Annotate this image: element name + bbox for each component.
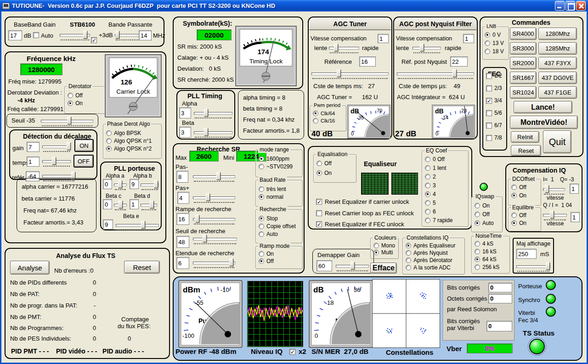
detection-on-button[interactable]: ON	[74, 139, 94, 152]
baseband-gain-field[interactable]: 17	[8, 30, 22, 40]
noise-256ks-radio[interactable]: 256 kS	[475, 264, 509, 270]
apres-nyquist-radio[interactable]: Après Nyquist	[406, 250, 464, 256]
demapper-field[interactable]: 60	[317, 260, 332, 271]
pas-moins-field[interactable]: 8	[176, 171, 188, 183]
beta-e-slider[interactable]	[116, 220, 159, 230]
lance-button[interactable]: Lance!	[514, 101, 572, 113]
pll-alpha-field[interactable]: 3	[179, 107, 191, 118]
agc-ref-slider[interactable]	[311, 69, 389, 78]
beta-e-field[interactable]: 9	[103, 219, 113, 230]
dcoffset-vitesse-slider[interactable]	[543, 185, 565, 194]
coef-5-radio[interactable]: 5	[425, 200, 468, 206]
temps-field[interactable]: 1	[27, 157, 40, 167]
beta-d-slider[interactable]	[141, 200, 157, 209]
efface-button[interactable]: Efface	[370, 263, 397, 274]
fec-56-checkbox[interactable]: 5/6	[486, 110, 506, 116]
close-icon[interactable]	[576, 1, 586, 11]
nyq-ref-slider[interactable]	[397, 69, 474, 78]
reset-carrier-fec-checkbox[interactable]: Reset Carrier loop as FEC unlock	[316, 210, 414, 217]
x2-checkbox[interactable]	[289, 349, 295, 355]
sr1024-button[interactable]: SR1024	[510, 86, 537, 99]
equilibre-off-radio[interactable]: Off	[511, 212, 541, 218]
equilibre-on-radio[interactable]: On	[511, 220, 541, 226]
octets-corriges-field[interactable]: 0	[488, 294, 512, 303]
freq-437f1ge-button[interactable]: 437 F1GE	[538, 86, 577, 99]
etendue-slider[interactable]	[193, 258, 235, 267]
fec-78-checkbox[interactable]: 7/8	[486, 134, 506, 141]
temps-slider[interactable]	[42, 157, 71, 166]
freq-1285-button[interactable]: 1285Mhz	[538, 42, 577, 55]
etendue-field[interactable]: 6	[176, 257, 189, 269]
lnb-0v-radio[interactable]: 0 V	[485, 32, 509, 38]
freq-437dg0ve-button[interactable]: 437 DG0VE	[538, 72, 577, 84]
agc-ref-field[interactable]: 16	[359, 56, 376, 67]
minimize-icon[interactable]	[555, 1, 565, 11]
coef-6-radio[interactable]: 6	[425, 208, 468, 215]
pas-moins-slider[interactable]	[193, 172, 235, 181]
bande-passante-slider[interactable]	[115, 30, 141, 39]
lnb-18v-radio[interactable]: 18 V	[485, 48, 509, 55]
algo-qpsk2-radio[interactable]: Algo QPSK n°2	[106, 146, 161, 152]
sortie-adc-radio[interactable]: A la sortie ADC	[406, 264, 464, 271]
gain-field[interactable]: 7	[27, 142, 40, 152]
derotator-off-radio[interactable]: Off	[68, 92, 105, 99]
seuil-recherche-field[interactable]: 48	[176, 236, 189, 248]
derotator-on-radio[interactable]: On	[68, 100, 105, 106]
reset-eq-fec-checkbox[interactable]: Reset Equalizer if FEC unlock	[316, 221, 404, 228]
apres-equaliseur-radio[interactable]: Après Equaliseur	[406, 242, 464, 249]
iqswap-off-radio[interactable]: Off	[475, 211, 502, 218]
rampe-slider[interactable]	[193, 214, 235, 224]
maximize-icon[interactable]	[565, 1, 575, 11]
seuil-slider[interactable]	[41, 116, 93, 125]
maj-field[interactable]: 250	[516, 249, 537, 259]
noise-64ks-radio[interactable]: 64 kS	[475, 256, 509, 263]
noise-4ks-radio[interactable]: 4 kS	[475, 241, 509, 247]
dcoffset-on-radio[interactable]: On	[511, 192, 541, 199]
agc-vitesse-slider[interactable]	[329, 43, 359, 52]
algo-bpsk-radio[interactable]: Algo BPSK	[106, 130, 161, 136]
fec-34-checkbox[interactable]: 3/4	[486, 97, 506, 104]
iqswap-auto-radio[interactable]: Auto	[475, 220, 502, 226]
beta-c-slider[interactable]	[114, 200, 127, 209]
coef-1-radio[interactable]: 1 lent	[425, 165, 468, 171]
clk64-radio[interactable]: Clk/64	[313, 111, 346, 116]
maj-slider[interactable]	[516, 262, 550, 271]
alpha-b-field[interactable]: 9	[130, 179, 139, 189]
alpha-b-slider[interactable]	[141, 180, 159, 189]
ramp-on-radio[interactable]: On	[259, 251, 302, 257]
apres-derotator-radio[interactable]: Après Dérotator	[406, 257, 464, 263]
coef-2-radio[interactable]: 2	[425, 174, 468, 180]
coef-3-radio[interactable]: 3	[425, 182, 468, 189]
iqswap-on-radio[interactable]: On	[475, 202, 502, 209]
analyse-button[interactable]: Analyse	[10, 261, 50, 274]
freq-1280-button[interactable]: 1280Mhz	[538, 28, 577, 40]
fec-23-checkbox[interactable]: 2/3	[486, 85, 506, 91]
analyse-reset-button[interactable]: Reset	[124, 261, 160, 274]
dcoffset-vitesse-field[interactable]: 1	[570, 184, 579, 194]
copie-offset-radio[interactable]: Copie offset	[259, 223, 302, 230]
detection-off-button[interactable]: OFF	[74, 155, 94, 168]
mono-radio[interactable]: Mono	[373, 242, 398, 249]
sr1667-button[interactable]: SR1667	[510, 72, 537, 84]
equilibre-vitesse-field[interactable]: 1	[571, 212, 580, 222]
beta-c-field[interactable]: 0	[103, 199, 112, 209]
sr3000-button[interactable]: SR3000	[510, 42, 537, 55]
bits-corriges-field[interactable]: 0	[488, 283, 512, 292]
reset-eq-carrier-checkbox[interactable]: Reset Equalizer if carrier unlock	[316, 198, 409, 205]
reinit-button[interactable]: ReInit	[511, 131, 539, 143]
fec-67-checkbox[interactable]: 6/7	[486, 122, 506, 129]
seuil-recherche-slider[interactable]	[193, 234, 237, 243]
pll-beta-slider[interactable]	[194, 128, 232, 137]
demapper-slider[interactable]	[336, 261, 369, 270]
clk16-radio[interactable]: Clk/16	[313, 118, 346, 123]
montre-video-button[interactable]: MontreVidéo!	[510, 116, 578, 129]
alpha-a-slider[interactable]	[114, 180, 127, 189]
lnb-13v-radio[interactable]: 13 V	[485, 40, 509, 46]
normal-radio[interactable]: normal	[259, 194, 302, 200]
alpha-a-field[interactable]: 0	[103, 179, 112, 189]
bits-viterbi-field[interactable]: 0	[486, 321, 512, 331]
noise-16ks-radio[interactable]: 16 kS	[475, 248, 509, 255]
agc-vitesse-field[interactable]: 1	[378, 34, 389, 43]
pll-alpha-slider[interactable]	[194, 108, 232, 118]
quit-button[interactable]: Quit	[543, 130, 571, 153]
